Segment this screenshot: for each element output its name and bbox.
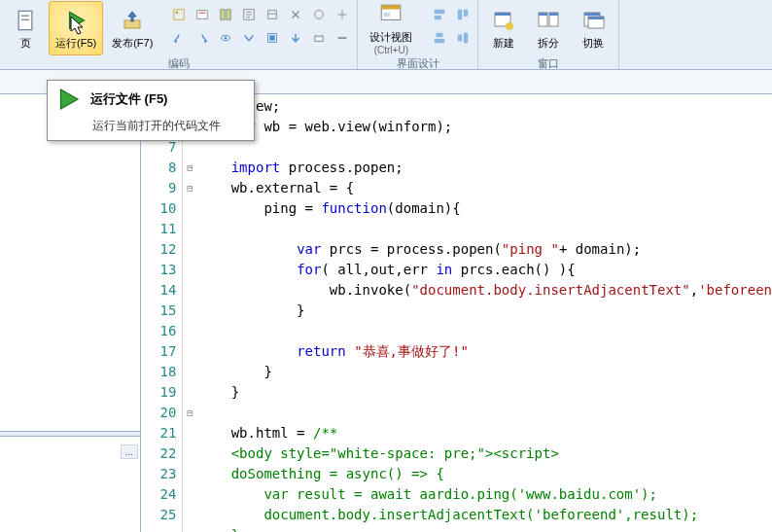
tool-btn-9[interactable]: [168, 27, 190, 49]
design-small-buttons: [429, 1, 474, 49]
ribbon-toolbar: 页 运行(F5) 发布(F7): [0, 0, 772, 70]
tool-btn-1[interactable]: [168, 4, 190, 25]
line-number: 25: [141, 505, 176, 525]
svg-point-13: [205, 40, 208, 43]
tool-btn-11[interactable]: [215, 27, 236, 49]
svg-rect-24: [458, 10, 462, 20]
tool-btn-13[interactable]: [262, 27, 283, 49]
line-number: 14: [141, 280, 176, 301]
line-number: 19: [141, 382, 176, 403]
svg-rect-7: [199, 12, 206, 14]
split-label: 拆分: [538, 36, 559, 51]
svg-point-12: [175, 40, 178, 43]
svg-rect-18: [315, 36, 324, 41]
line-number: 9: [141, 178, 176, 198]
svg-point-11: [315, 11, 324, 19]
svg-point-15: [225, 37, 228, 40]
align-btn-4[interactable]: [452, 27, 474, 49]
align-btn-3[interactable]: [429, 27, 450, 49]
svg-rect-6: [197, 11, 208, 19]
new-label: 新建: [493, 36, 514, 51]
svg-rect-1: [21, 16, 29, 17]
tool-btn-3[interactable]: [215, 4, 236, 25]
fold-gutter: ⊟⊟⊟: [183, 94, 196, 532]
line-gutter: 5 6 7 8 9 10 11 12 13 14 15 16 17 18 19 …: [141, 94, 183, 532]
tool-btn-4[interactable]: [238, 4, 260, 25]
page-label: 页: [20, 36, 31, 51]
svg-rect-21: [384, 12, 391, 16]
line-number: 17: [141, 341, 176, 362]
ribbon-group-coding: 页 运行(F5) 发布(F7): [0, 0, 358, 69]
line-number: 10: [141, 198, 176, 219]
new-window-icon: [489, 6, 518, 35]
line-number: 16: [141, 321, 176, 341]
panel-splitter[interactable]: [0, 431, 140, 437]
svg-rect-2: [21, 19, 29, 20]
svg-rect-31: [495, 13, 510, 16]
tool-btn-10[interactable]: [192, 27, 213, 49]
svg-rect-38: [584, 13, 600, 16]
svg-rect-28: [458, 35, 462, 42]
tool-btn-5[interactable]: [262, 4, 283, 25]
play-icon: [53, 85, 83, 114]
switch-icon: [579, 6, 608, 35]
line-number: 15: [141, 301, 176, 321]
run-tooltip: 运行文件 (F5) 运行当前打开的代码文件: [47, 80, 255, 141]
svg-rect-35: [539, 13, 547, 16]
split-button[interactable]: 拆分: [527, 1, 570, 55]
design-view-button[interactable]: 设计视图 (Ctrl+U): [362, 1, 420, 55]
line-number: 11: [141, 219, 176, 239]
svg-rect-23: [435, 16, 441, 19]
tool-btn-7[interactable]: [308, 4, 330, 25]
new-button[interactable]: 新建: [482, 1, 525, 55]
design-view-shortcut: (Ctrl+U): [374, 45, 408, 55]
code-content[interactable]: web.view; var wb = web.view(winform); im…: [196, 94, 772, 532]
line-number: 24: [141, 484, 176, 505]
svg-rect-4: [174, 10, 185, 20]
page-button[interactable]: 页: [4, 1, 47, 55]
tooltip-title: 运行文件 (F5): [90, 90, 167, 108]
tool-btn-16[interactable]: [332, 27, 353, 49]
play-icon: [61, 6, 90, 35]
code-editor[interactable]: 5 6 7 8 9 10 11 12 13 14 15 16 17 18 19 …: [141, 94, 772, 532]
line-number: 22: [141, 443, 176, 464]
toolbar-small-buttons: [168, 1, 353, 49]
switch-label: 切换: [582, 36, 604, 51]
line-number: 20: [141, 403, 176, 423]
run-button[interactable]: 运行(F5): [49, 1, 103, 55]
line-number: 8: [141, 158, 176, 178]
svg-rect-26: [437, 33, 443, 37]
tooltip-body: 运行当前打开的代码文件: [48, 118, 254, 140]
tool-btn-12[interactable]: [238, 27, 260, 49]
design-view-label: 设计视图: [369, 30, 412, 45]
publish-label: 发布(F7): [112, 36, 153, 51]
line-number: 23: [141, 464, 176, 484]
line-number: 12: [141, 239, 176, 260]
page-icon: [11, 6, 40, 35]
align-btn-2[interactable]: [452, 4, 474, 25]
svg-rect-20: [382, 5, 402, 9]
tool-btn-14[interactable]: [285, 27, 306, 49]
ribbon-group-design: 设计视图 (Ctrl+U) 界面设计: [358, 0, 478, 69]
publish-icon: [118, 6, 147, 35]
line-number: 13: [141, 260, 176, 280]
group-coding-label: 编码: [4, 55, 353, 71]
run-label: 运行(F5): [55, 36, 96, 51]
svg-rect-40: [588, 17, 604, 19]
svg-rect-27: [435, 39, 445, 43]
svg-rect-17: [270, 35, 275, 40]
ribbon-group-window: 新建 拆分 切换 窗口: [478, 0, 619, 69]
panel-tab[interactable]: ...: [121, 444, 138, 459]
left-bottom-panel: ...: [0, 443, 140, 532]
align-btn-1[interactable]: [429, 4, 450, 25]
switch-button[interactable]: 切换: [572, 1, 614, 55]
svg-rect-5: [176, 12, 179, 15]
tool-btn-6[interactable]: [285, 4, 306, 25]
left-panel: ...: [0, 94, 141, 532]
tool-btn-15[interactable]: [308, 27, 330, 49]
publish-button[interactable]: 发布(F7): [105, 1, 159, 55]
tool-btn-2[interactable]: [192, 4, 213, 25]
svg-rect-8: [221, 10, 225, 20]
tool-btn-8[interactable]: [332, 4, 353, 25]
svg-rect-22: [435, 10, 445, 14]
